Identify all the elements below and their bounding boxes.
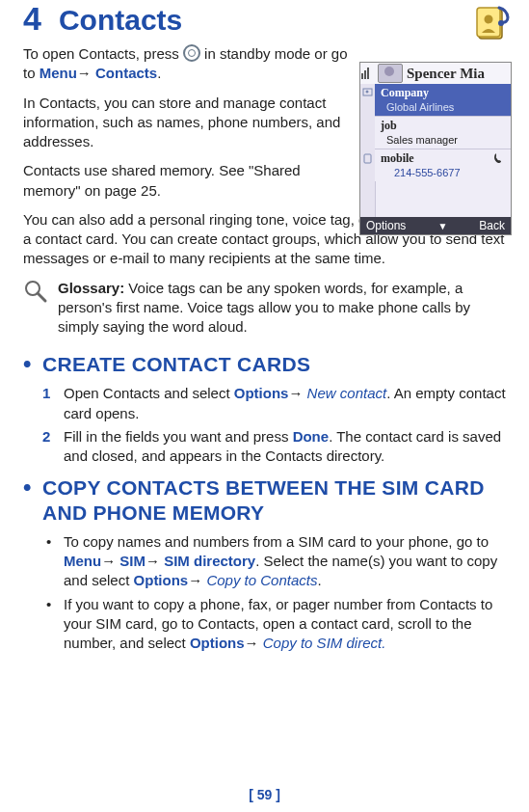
svg-point-3 xyxy=(498,20,504,26)
scroll-down-icon: ▼ xyxy=(437,221,447,231)
center-key-icon xyxy=(183,44,200,62)
glossary-label: Glossary: xyxy=(58,280,124,296)
section-heading-copy: COPY CONTACTS BETWEEN THE SIM CARD AND P… xyxy=(23,475,510,524)
contact-avatar xyxy=(378,64,403,83)
intro-paragraph-2: In Contacts, you can store and manage co… xyxy=(23,94,351,152)
magnifier-icon xyxy=(23,279,48,338)
intro-paragraph-1: To open Contacts, press in standby mode … xyxy=(23,44,351,84)
svg-point-5 xyxy=(366,91,369,94)
phone-field-job: job Sales manager xyxy=(375,117,511,149)
step-2: 2 Fill in the fields you want and press … xyxy=(42,427,510,467)
phone-field-company: Company Global Airlines xyxy=(375,84,511,117)
svg-rect-6 xyxy=(364,154,371,163)
phone-screenshot: Spencer Mia Company Global Airlines job … xyxy=(359,62,512,235)
contacts-app-icon xyxy=(473,2,512,48)
signal-icon xyxy=(360,64,374,83)
page-number: [ 59 ] xyxy=(0,787,529,802)
chapter-title: Contacts xyxy=(59,6,182,35)
handset-icon xyxy=(493,152,505,166)
phone-softkey-options: Options xyxy=(366,219,406,232)
glossary-block: Glossary: Voice tags can be any spoken w… xyxy=(23,279,510,338)
svg-point-2 xyxy=(485,15,493,24)
phone-field-mobile: mobile 214-555-6677 xyxy=(375,149,511,181)
bullet-copy-to-sim: If you want to copy a phone, fax, or pag… xyxy=(42,595,510,654)
bullet-copy-from-sim: To copy names and numbers from a SIM car… xyxy=(42,532,510,591)
chapter-number: 4 xyxy=(23,2,41,35)
intro-paragraph-3: Contacts use shared memory. See "Shared … xyxy=(23,161,351,201)
phone-softkey-back: Back xyxy=(479,219,505,232)
contact-name: Spencer Mia xyxy=(407,66,485,82)
svg-line-8 xyxy=(38,293,45,301)
step-1: 1 Open Contacts and select Options→ New … xyxy=(42,384,510,423)
phone-side-icons xyxy=(360,84,376,217)
section-heading-create: CREATE CONTACT CARDS xyxy=(23,352,510,376)
